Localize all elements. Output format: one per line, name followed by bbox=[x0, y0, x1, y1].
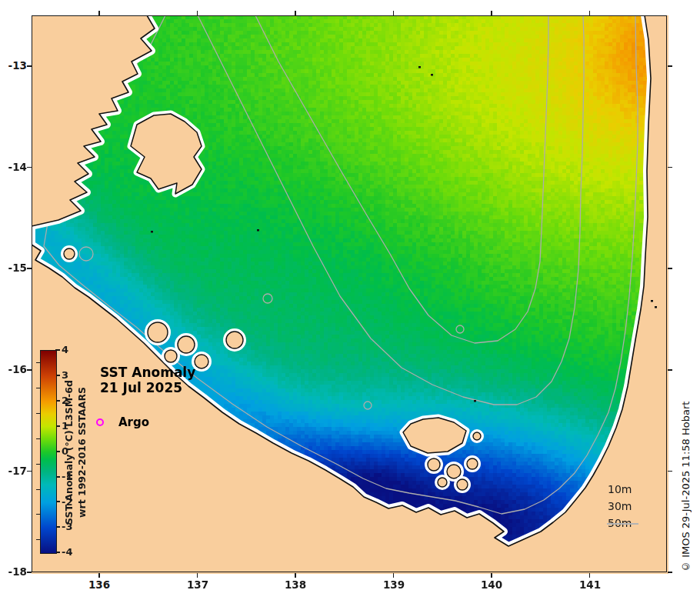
lon-tick-label: 141 bbox=[571, 578, 609, 591]
colorbar-tick-label: 4 bbox=[62, 344, 88, 355]
lon-tick-label: 138 bbox=[276, 578, 315, 591]
sst-map-canvas bbox=[32, 15, 668, 574]
lat-tick-label: -14 bbox=[1, 161, 27, 173]
lat-tick-label: -13 bbox=[1, 59, 27, 72]
lon-tick-label: 139 bbox=[375, 578, 413, 591]
lat-tick-label: -17 bbox=[1, 465, 27, 477]
contour-sample-line bbox=[607, 523, 638, 525]
lon-tick-label: 140 bbox=[472, 578, 511, 591]
lon-tick-label: 136 bbox=[80, 578, 118, 591]
depth-label-10m: 10m bbox=[608, 481, 632, 498]
sst-anomaly-figure: -13 -14 -15 -16 -17 -18 136 137 138 139 … bbox=[0, 0, 700, 600]
map-title: SST Anomaly 21 Jul 2025 bbox=[100, 365, 195, 395]
depth-label-30m: 30m bbox=[608, 498, 632, 515]
lat-tick-label: -15 bbox=[1, 262, 27, 274]
colorbar bbox=[40, 350, 57, 554]
colorbar-axis-label-line2: wrt 1992-2016 SSTAARS bbox=[75, 368, 88, 537]
map-title-line1: SST Anomaly bbox=[100, 365, 195, 380]
map-date-line: 21 Jul 2025 bbox=[100, 380, 195, 395]
lat-tick-label: -18 bbox=[1, 565, 27, 578]
copyright-text: © IMOS 29-Jul-2025 11:58 Hobart bbox=[680, 374, 692, 572]
colorbar-axis-label-line1: SST Anomaly (°C) L3SM-6d bbox=[62, 368, 75, 537]
argo-marker-icon bbox=[96, 418, 104, 426]
colorbar-axis-label: SST Anomaly (°C) L3SM-6d wrt 1992-2016 S… bbox=[62, 368, 90, 537]
lon-tick-label: 137 bbox=[178, 578, 217, 591]
lat-tick-label: -16 bbox=[1, 363, 27, 375]
colorbar-tick-label: -4 bbox=[62, 546, 88, 558]
argo-label: Argo bbox=[118, 415, 149, 429]
